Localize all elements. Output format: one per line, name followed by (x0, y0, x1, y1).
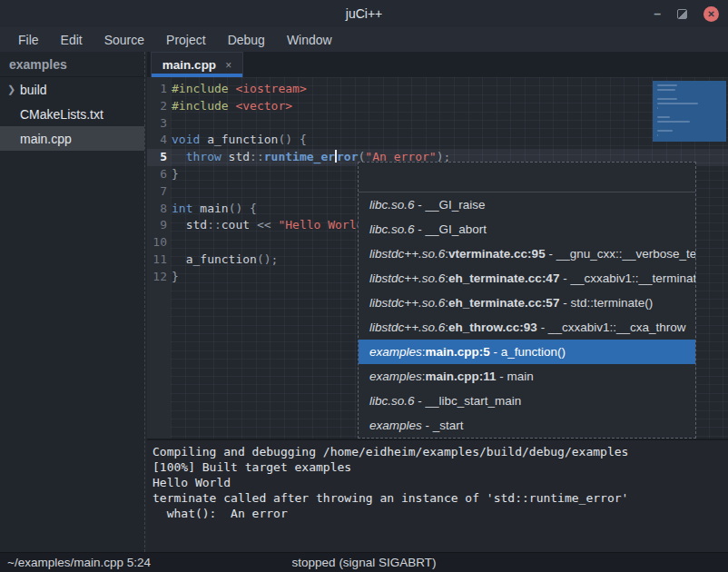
backtrace-library: libc.so.6 (369, 394, 415, 408)
menu-item-debug[interactable]: Debug (219, 30, 274, 50)
code-token: a_function (172, 252, 257, 266)
minimize-icon[interactable]: – (654, 9, 661, 18)
line-number: 4 (147, 132, 167, 149)
line-number: 10 (147, 234, 167, 251)
status-file-position: ~/examples/main.cpp 5:24 (7, 556, 151, 569)
file-tree-panel: examples ❯buildCMakeLists.txtmain.cpp (0, 52, 144, 552)
line-content: } (172, 166, 179, 183)
code-token: () { (229, 202, 257, 215)
code-token: #include (172, 82, 235, 95)
line-number: 7 (147, 183, 167, 201)
project-name-header: examples (0, 52, 144, 77)
terminal-line: Hello World (152, 475, 728, 490)
minimap-line (657, 134, 658, 136)
backtrace-location: eh_terminate.cc:57 (448, 296, 559, 310)
line-content: int main() { (172, 201, 257, 218)
line-number: 5 (147, 149, 167, 166)
close-icon[interactable]: ✕ (703, 6, 719, 22)
line-number: 11 (147, 251, 167, 269)
code-token: std (172, 218, 207, 232)
terminal-output: Compiling and debugging /home/eidheim/ex… (147, 440, 728, 552)
backtrace-item[interactable]: examples - _start (359, 413, 695, 438)
menu-item-source[interactable]: Source (95, 30, 153, 50)
file-tree: ❯buildCMakeLists.txtmain.cpp (0, 77, 144, 151)
line-number: 6 (147, 166, 167, 183)
menu-item-edit[interactable]: Edit (52, 30, 92, 50)
minimap-line (657, 103, 698, 104)
backtrace-library: libstdc++.so.6 (369, 296, 445, 310)
backtrace-item[interactable]: libstdc++.so.6:vterminate.cc:95 - __gnu_… (359, 242, 695, 266)
backtrace-library: libstdc++.so.6 (369, 321, 445, 334)
line-content: void a_function() { (172, 132, 307, 149)
code-token: main (192, 202, 228, 215)
minimap-line (657, 130, 673, 132)
backtrace-item[interactable]: libc.so.6 - __GI_abort (359, 217, 695, 242)
menu-item-window[interactable]: Window (278, 30, 341, 50)
menu-item-project[interactable]: Project (157, 30, 215, 50)
maximize-icon[interactable] (677, 9, 687, 19)
tree-item-label: main.cpp (20, 132, 72, 146)
backtrace-list: libc.so.6 - __GI_raiselibc.so.6 - __GI_a… (359, 192, 695, 438)
code-token: :: (250, 150, 264, 163)
line-number: 8 (147, 201, 167, 218)
code-token: int (172, 202, 192, 215)
sidebar-item-cmakelists-txt[interactable]: CMakeLists.txt (0, 102, 144, 126)
minimap-line (657, 116, 670, 118)
backtrace-item[interactable]: examples:main.cpp:5 - a_function() (359, 340, 695, 364)
backtrace-item[interactable]: libc.so.6 - __libc_start_main (359, 389, 695, 413)
line-content: a_function(); (172, 251, 278, 269)
minimap-line (657, 98, 677, 100)
backtrace-library: examples (369, 345, 422, 359)
terminal-line: terminate called after throwing an insta… (152, 490, 728, 506)
minimap-line (657, 107, 658, 109)
menu-item-file[interactable]: File (9, 30, 48, 50)
status-bar: ~/examples/main.cpp 5:24 stopped (signal… (0, 552, 728, 572)
terminal-line: [100%] Built target examples (152, 459, 728, 475)
backtrace-popup: libc.so.6 - __GI_raiselibc.so.6 - __GI_a… (358, 162, 696, 439)
minimap-line (657, 121, 690, 123)
code-token: void (172, 133, 200, 146)
minimap-line (657, 84, 677, 86)
code-token: ror (337, 150, 358, 163)
line-number: 9 (147, 217, 167, 234)
backtrace-item[interactable]: libc.so.6 - __GI_raise (359, 192, 695, 217)
terminal-line: what(): An error (152, 506, 728, 521)
line-number: 3 (147, 115, 167, 133)
code-token: <vector> (235, 99, 292, 113)
minimap[interactable] (653, 81, 726, 142)
line-number: 1 (147, 81, 167, 98)
backtrace-item[interactable]: libstdc++.so.6:eh_terminate.cc:47 - __cx… (359, 266, 695, 291)
menu-bar: FileEditSourceProjectDebugWindow (0, 27, 728, 52)
backtrace-library: libc.so.6 (369, 222, 415, 236)
line-content: } (172, 269, 179, 286)
tab-label: main.cpp (162, 58, 216, 72)
backtrace-item[interactable]: libstdc++.so.6:eh_throw.cc:93 - __cxxabi… (359, 315, 695, 340)
code-token: #include (172, 99, 235, 113)
backtrace-item[interactable]: libstdc++.so.6:eh_terminate.cc:57 - std:… (359, 291, 695, 315)
backtrace-location: eh_terminate.cc:47 (448, 271, 559, 285)
backtrace-item[interactable]: examples:main.cpp:11 - main (359, 364, 695, 389)
line-content: #include <vector> (172, 98, 292, 115)
tab-close-icon[interactable]: × (225, 59, 231, 72)
backtrace-location: main.cpp:5 (426, 345, 490, 359)
backtrace-library: libstdc++.so.6 (369, 247, 445, 261)
chevron-right-icon[interactable]: ❯ (7, 84, 20, 95)
window-controls: – ✕ (654, 0, 719, 27)
sidebar-item-main-cpp[interactable]: main.cpp (0, 126, 144, 151)
backtrace-library: examples (369, 419, 422, 432)
code-token: a_function (200, 133, 278, 146)
tab-main-cpp[interactable]: main.cpp × (151, 52, 243, 77)
backtrace-library: examples (369, 370, 422, 383)
line-number: 2 (147, 98, 167, 115)
backtrace-location: main.cpp:11 (426, 370, 497, 383)
sidebar-item-build[interactable]: ❯build (0, 77, 144, 102)
line-content: #include <iostream> (172, 81, 307, 98)
backtrace-location: vterminate.cc:95 (448, 247, 546, 261)
code-token: () { (278, 133, 306, 146)
backtrace-search-box[interactable] (359, 163, 695, 192)
code-token: << (250, 218, 278, 232)
tree-item-label: build (20, 83, 47, 97)
code-line-4: 4void a_function() { (147, 132, 728, 149)
code-token: <iostream> (235, 82, 306, 95)
code-token: } (172, 167, 179, 181)
